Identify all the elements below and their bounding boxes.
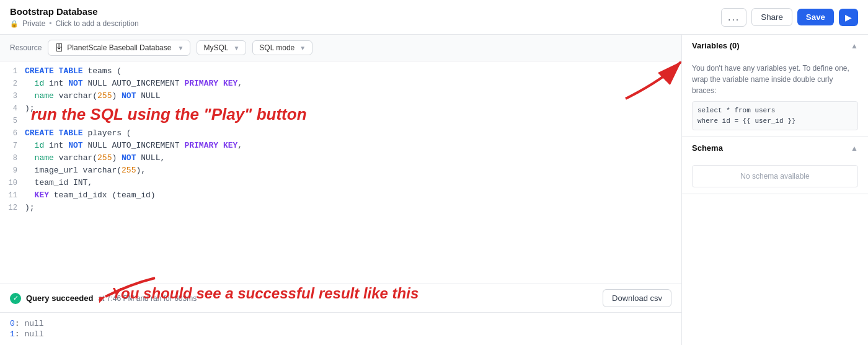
result-row-0: 0: null (10, 319, 671, 328)
schema-header: Schema ▲ (682, 137, 868, 159)
success-icon: ✓ (10, 293, 21, 304)
code-line-9: 9 image_url varchar(255), (0, 166, 681, 178)
variables-collapse-icon[interactable]: ▲ (851, 42, 858, 50)
mysql-chevron-icon: ▼ (233, 45, 239, 52)
variables-section: Variables (0) ▲ You don't have any varia… (682, 35, 868, 137)
header-left: Bootstrap Database 🔒 Private • Click to … (10, 6, 139, 28)
mysql-label: MySQL (203, 43, 228, 52)
code-line-7: 7 id int NOT NULL AUTO_INCREMENT PRIMARY… (0, 141, 681, 153)
code-editor[interactable]: 1 CREATE TABLE teams ( 2 id int NOT NULL… (0, 61, 681, 284)
play-button[interactable]: ▶ (839, 9, 858, 26)
save-button[interactable]: Save (797, 9, 834, 25)
toolbar: Resource 🗄 PlanetScale Baseball Database… (0, 35, 681, 61)
resource-name: PlanetScale Baseball Database (67, 43, 171, 52)
add-description-link[interactable]: Click to add a description (56, 19, 139, 28)
sql-mode-label: SQL mode (259, 43, 294, 52)
code-line-12: 12 ); (0, 203, 681, 215)
code-line-2: 2 id int NOT NULL AUTO_INCREMENT PRIMARY… (0, 79, 681, 91)
more-button[interactable]: ... (721, 8, 746, 27)
code-line-10: 10 team_id INT, (0, 178, 681, 190)
mysql-mode-selector[interactable]: MySQL ▼ (197, 40, 246, 55)
lock-icon: 🔒 (10, 20, 19, 28)
sql-mode-chevron-icon: ▼ (299, 45, 306, 52)
variables-header: Variables (0) ▲ (682, 35, 868, 56)
code-line-4: 4 ); (0, 104, 681, 116)
query-status-bar: ✓ Query succeeded at 7:46 PM and ran for… (0, 284, 681, 313)
code-line-6: 6 CREATE TABLE players ( (0, 128, 681, 141)
result-arrow-svg (99, 272, 161, 303)
results-area: 0: null 1: null You should see a success… (0, 313, 681, 345)
variables-content: You don't have any variables yet. To def… (682, 56, 868, 137)
variables-code-example: select * from userswhere id = {{ user_id… (692, 101, 858, 130)
status-label: Query succeeded (26, 293, 93, 303)
right-panel: Variables (0) ▲ You don't have any varia… (682, 35, 868, 345)
resource-chevron-icon: ▼ (177, 45, 184, 52)
schema-empty-label: No schema available (692, 165, 858, 187)
resource-selector[interactable]: 🗄 PlanetScale Baseball Database ▼ (48, 40, 190, 56)
header: Bootstrap Database 🔒 Private • Click to … (0, 0, 868, 35)
page-title: Bootstrap Database (10, 6, 139, 17)
schema-content: No schema available (682, 159, 868, 194)
code-line-5: 5 (0, 116, 681, 128)
result-row-1: 1: null (10, 329, 671, 339)
privacy-label: Private (22, 19, 45, 28)
schema-collapse-icon[interactable]: ▲ (851, 144, 858, 153)
bottom-bar: ✓ Query succeeded at 7:46 PM and ran for… (0, 284, 681, 345)
sql-mode-selector[interactable]: SQL mode ▼ (252, 40, 312, 55)
dot-separator: • (49, 19, 51, 28)
status-left: ✓ Query succeeded at 7:46 PM and ran for… (10, 293, 197, 304)
main-layout: Resource 🗄 PlanetScale Baseball Database… (0, 35, 868, 345)
download-csv-button[interactable]: Download csv (603, 289, 671, 307)
code-line-11: 11 KEY team_id_idx (team_id) (0, 190, 681, 203)
left-panel-wrapper: Resource 🗄 PlanetScale Baseball Database… (0, 35, 682, 345)
left-panel: Resource 🗄 PlanetScale Baseball Database… (0, 35, 682, 345)
variables-description: You don't have any variables yet. To def… (692, 64, 849, 95)
code-line-8: 8 name varchar(255) NOT NULL, (0, 153, 681, 166)
database-icon: 🗄 (55, 43, 63, 53)
code-line-1: 1 CREATE TABLE teams ( (0, 66, 681, 79)
schema-section: Schema ▲ No schema available (682, 137, 868, 194)
resource-label: Resource (10, 43, 42, 52)
variables-title: Variables (0) (692, 41, 740, 50)
schema-title: Schema (692, 143, 723, 153)
header-right: ... Share Save ▶ (721, 8, 858, 27)
header-meta: 🔒 Private • Click to add a description (10, 19, 139, 28)
share-button[interactable]: Share (751, 8, 792, 26)
code-line-3: 3 name varchar(255) NOT NULL (0, 91, 681, 104)
